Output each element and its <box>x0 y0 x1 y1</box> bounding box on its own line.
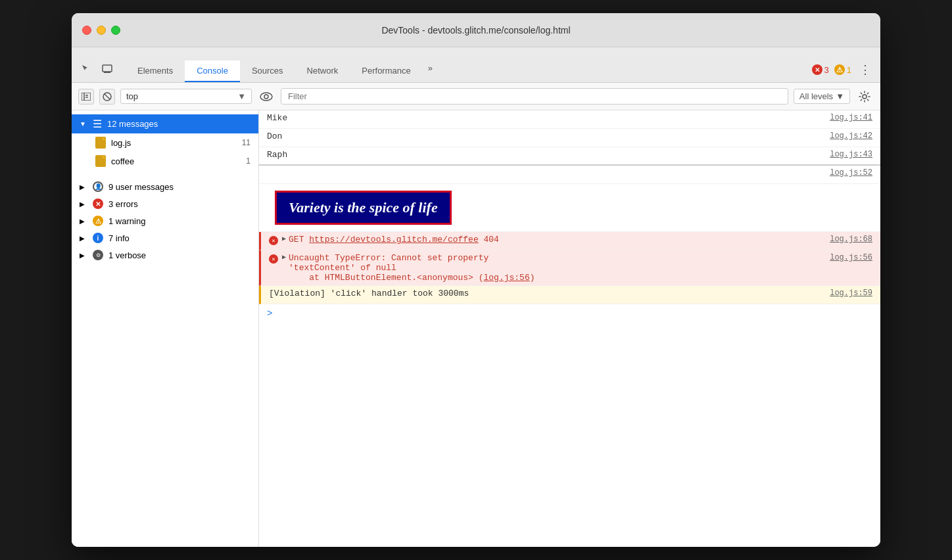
filter-input[interactable] <box>281 88 788 105</box>
tab-performance[interactable]: Performance <box>350 60 422 82</box>
info-label: 7 info <box>108 233 250 243</box>
expand-triangle-icon-2[interactable]: ▶ <box>282 253 286 261</box>
maximize-button[interactable] <box>111 26 120 35</box>
messages-label: 12 messages <box>107 119 250 129</box>
svg-rect-1 <box>104 72 110 73</box>
warning-icon: ⚠ <box>834 64 845 75</box>
table-row: Don log.js:42 <box>259 129 880 147</box>
titlebar: DevTools - devtools.glitch.me/console/lo… <box>72 13 880 47</box>
svg-point-9 <box>264 95 268 99</box>
svg-rect-0 <box>103 65 112 72</box>
warnings-label: 1 warning <box>108 216 250 226</box>
levels-label: All levels <box>799 91 833 101</box>
user-messages-label: 9 user messages <box>108 182 250 192</box>
console-link-68[interactable]: log.js:68 <box>830 235 872 244</box>
logjs-count: 11 <box>242 138 250 147</box>
tab-network[interactable]: Network <box>295 60 350 82</box>
console-message-don: Don <box>267 131 824 141</box>
levels-selector[interactable]: All levels ▼ <box>794 89 850 104</box>
close-button[interactable] <box>82 26 91 35</box>
sidebar-item-errors[interactable]: ▶ ✕ 3 errors <box>72 195 258 212</box>
console-link-56[interactable]: log.js:56 <box>830 253 872 262</box>
tabbar-right: ✕ 3 ⚠ 1 ⋮ <box>812 62 874 77</box>
sidebar-item-logjs[interactable]: log.js 11 <box>72 133 258 152</box>
clear-console-button[interactable] <box>99 89 115 105</box>
expand-arrow-icon: ▼ <box>80 120 87 128</box>
expand-triangle-icon[interactable]: ▶ <box>282 235 286 243</box>
context-selector[interactable]: top ▼ <box>120 89 252 104</box>
verbose-icon: ⚙ <box>93 250 103 260</box>
error-icon-get: ✕ <box>269 236 278 245</box>
logjs-label: log.js <box>111 138 237 148</box>
warning-count: 1 <box>847 65 851 75</box>
minimize-button[interactable] <box>97 26 106 35</box>
context-arrow-icon: ▼ <box>237 91 246 101</box>
coffee-label: coffee <box>111 156 241 166</box>
file-icon <box>95 137 106 149</box>
console-output: Mike log.js:41 Don log.js:42 Raph log.js… <box>259 110 880 547</box>
sidebar: ▼ ☰ 12 messages log.js 11 coffee 1 ▶ <box>72 110 259 547</box>
tab-left-icons <box>78 61 115 77</box>
sidebar-item-all-messages[interactable]: ▼ ☰ 12 messages <box>72 114 258 133</box>
tab-more-button[interactable]: » <box>423 58 438 78</box>
console-styled-row: Variety is the spice of life <box>259 184 880 232</box>
warning-badge[interactable]: ⚠ 1 <box>834 64 851 75</box>
console-link-don[interactable]: log.js:42 <box>830 131 872 141</box>
tab-elements[interactable]: Elements <box>126 60 185 82</box>
svg-point-10 <box>863 95 867 99</box>
coffee-count: 1 <box>246 156 250 166</box>
sidebar-item-user-messages[interactable]: ▶ 👤 9 user messages <box>72 178 258 195</box>
console-typeerror-text: Uncaught TypeError: Cannot set property … <box>289 253 824 283</box>
console-error-row-get: ✕ ▶ GET https://devtools.glitch.me/coffe… <box>259 232 880 250</box>
error-circle-icon: ✕ <box>93 198 103 209</box>
console-message-mike: Mike <box>267 113 824 123</box>
console-link-52[interactable]: log.js:52 <box>830 168 872 177</box>
table-row: Raph log.js:43 <box>259 147 880 166</box>
settings-icon[interactable] <box>855 87 874 106</box>
error-icon-typeerror: ✕ <box>269 254 278 264</box>
console-link-raph[interactable]: log.js:43 <box>830 150 872 159</box>
console-error-row-typeerror: ✕ ▶ Uncaught TypeError: Cannot set prope… <box>259 250 880 286</box>
sidebar-item-coffee[interactable]: coffee 1 <box>72 152 258 170</box>
device-icon[interactable] <box>99 61 115 77</box>
svg-line-7 <box>105 94 110 99</box>
more-menu-button[interactable]: ⋮ <box>857 62 874 77</box>
traffic-lights <box>82 26 120 35</box>
sidebar-item-verbose[interactable]: ▶ ⚙ 1 verbose <box>72 246 258 264</box>
console-link-mike[interactable]: log.js:41 <box>830 113 872 122</box>
main-area: ▼ ☰ 12 messages log.js 11 coffee 1 ▶ <box>72 110 880 547</box>
sidebar-toggle-button[interactable] <box>78 89 94 105</box>
tab-sources[interactable]: Sources <box>240 60 295 82</box>
tabbar: Elements Console Sources Network Perform… <box>72 47 880 83</box>
info-arrow-icon: ▶ <box>80 235 87 242</box>
console-violation-text: [Violation] 'click' handler took 3000ms <box>269 289 824 298</box>
inspect-icon[interactable] <box>78 61 94 77</box>
file-icon-coffee <box>95 155 106 167</box>
user-arrow-icon: ▶ <box>80 183 87 191</box>
verbose-arrow-icon: ▶ <box>80 252 87 259</box>
list-icon: ☰ <box>93 118 102 130</box>
error-icon: ✕ <box>812 64 822 75</box>
errors-arrow-icon: ▶ <box>80 200 87 208</box>
sidebar-item-info[interactable]: ▶ i 7 info <box>72 229 258 246</box>
errors-label: 3 errors <box>108 199 250 209</box>
eye-icon[interactable] <box>257 87 275 106</box>
console-link-59[interactable]: log.js:59 <box>830 289 872 298</box>
svg-rect-2 <box>82 93 91 101</box>
sidebar-group-categories: ▶ 👤 9 user messages ▶ ✕ 3 errors ▶ ⚠ 1 w… <box>72 174 258 268</box>
console-warning-row: [Violation] 'click' handler took 3000ms … <box>259 286 880 304</box>
styled-console-text: Variety is the spice of life <box>289 199 438 216</box>
sidebar-group-messages: ▼ ☰ 12 messages log.js 11 coffee 1 <box>72 110 258 174</box>
levels-arrow-icon: ▼ <box>836 91 844 101</box>
console-get-error-text: GET https://devtools.glitch.me/coffee 40… <box>289 235 824 245</box>
table-row: Mike log.js:41 <box>259 110 880 129</box>
warning-triangle-icon: ⚠ <box>93 216 103 226</box>
tab-console[interactable]: Console <box>185 60 240 82</box>
console-separator-row: log.js:52 <box>259 166 880 184</box>
user-icon: 👤 <box>93 181 103 192</box>
styled-console-box: Variety is the spice of life <box>275 191 452 225</box>
info-circle-icon: i <box>93 233 103 243</box>
sidebar-item-warnings[interactable]: ▶ ⚠ 1 warning <box>72 212 258 229</box>
error-badge[interactable]: ✕ 3 <box>812 64 829 75</box>
console-prompt[interactable]: > <box>259 304 880 323</box>
